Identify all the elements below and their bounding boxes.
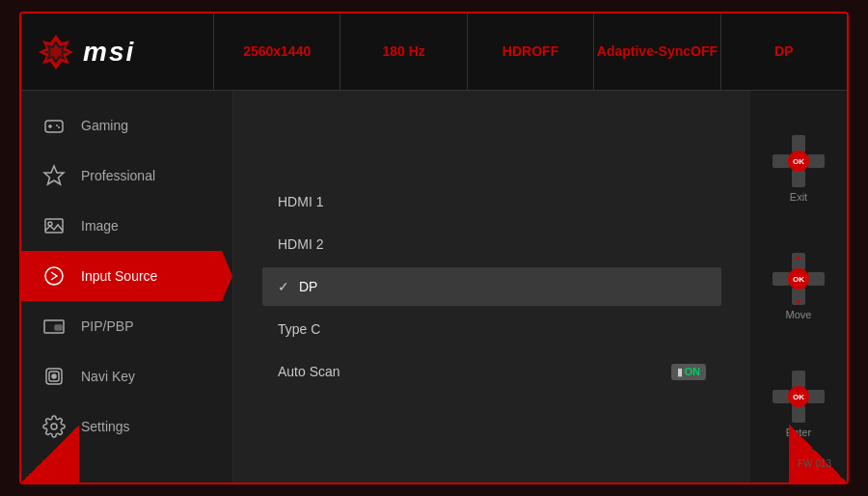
svg-point-16 — [52, 374, 56, 378]
input-stat: DP — [721, 14, 847, 90]
msi-brand-text: msi — [83, 37, 135, 68]
dpad-down-arm — [792, 170, 805, 187]
gaming-label: Gaming — [81, 118, 128, 133]
move-control[interactable]: OK Move — [773, 253, 825, 320]
fw-version: FW 013 — [798, 458, 831, 469]
image-icon — [41, 212, 68, 239]
header: msi 2560x1440 180 Hz HDR OFF Adaptive-Sy… — [21, 14, 847, 91]
enter-dpad: OK — [773, 371, 825, 423]
adaptive-sync-stat: Adaptive-Sync OFF — [594, 14, 720, 90]
hdmi1-row[interactable]: HDMI 1 — [262, 182, 721, 221]
right-panel: OK Exit OK Move — [750, 91, 847, 482]
svg-point-11 — [45, 267, 63, 285]
input-source-icon — [41, 262, 68, 289]
dp-checkmark: ✓ — [278, 279, 289, 294]
sidebar-item-professional[interactable]: Professional — [21, 151, 232, 201]
dp-label: DP — [299, 279, 317, 294]
hdmi2-row[interactable]: HDMI 2 — [262, 225, 721, 263]
refresh-stat: 180 Hz — [340, 14, 467, 90]
exit-label: Exit — [790, 191, 807, 203]
settings-icon — [41, 413, 68, 440]
autoscan-toggle[interactable]: ▮ ON — [671, 364, 707, 380]
main-area: Gaming Professional Im — [21, 91, 847, 482]
monitor-frame: msi 2560x1440 180 Hz HDR OFF Adaptive-Sy… — [19, 12, 849, 484]
autoscan-row[interactable]: Auto Scan ▮ ON — [262, 352, 721, 392]
sidebar-item-image[interactable]: Image — [21, 201, 232, 251]
typec-row[interactable]: Type C — [262, 310, 721, 348]
move-ok-button[interactable]: OK — [788, 268, 809, 289]
dpad-down-arm-enter — [792, 405, 805, 423]
toggle-indicator: ▮ ON — [671, 364, 707, 380]
input-source-label: Input Source — [81, 268, 157, 284]
professional-icon — [41, 162, 68, 189]
autoscan-label: Auto Scan — [278, 364, 340, 379]
sidebar: Gaming Professional Im — [21, 91, 233, 482]
gaming-icon — [41, 112, 68, 139]
enter-label: Enter — [786, 427, 811, 438]
menu-list: HDMI 1 HDMI 2 ✓ DP Type C Auto Scan — [262, 182, 721, 392]
exit-ok-button[interactable]: OK — [788, 151, 809, 172]
dp-row[interactable]: ✓ DP — [262, 267, 721, 306]
hdmi2-label: HDMI 2 — [278, 236, 323, 252]
content-area: HDMI 1 HDMI 2 ✓ DP Type C Auto Scan — [233, 91, 750, 482]
exit-dpad: OK — [773, 135, 825, 187]
svg-marker-8 — [44, 166, 64, 184]
sidebar-item-pip-pbp[interactable]: PIP/PBP — [21, 301, 232, 351]
dpad-right-arm-move — [807, 272, 825, 286]
header-stats: 2560x1440 180 Hz HDR OFF Adaptive-Sync O… — [214, 14, 847, 90]
pip-pbp-icon — [41, 313, 68, 340]
svg-rect-13 — [55, 325, 62, 330]
resolution-stat: 2560x1440 — [214, 14, 340, 90]
svg-point-7 — [58, 126, 60, 128]
msi-dragon-icon — [37, 33, 75, 71]
dpad-down-arm-move — [792, 288, 805, 305]
dpad-right-arm — [807, 154, 825, 168]
navi-key-icon — [41, 363, 68, 390]
sidebar-item-input-source[interactable]: Input Source — [21, 251, 232, 301]
svg-point-6 — [56, 124, 58, 126]
settings-label: Settings — [81, 419, 130, 434]
svg-rect-3 — [45, 121, 63, 132]
toggle-on-text: ▮ — [677, 366, 683, 378]
toggle-state: ON — [685, 366, 701, 377]
move-dpad: OK — [773, 253, 825, 305]
enter-ok-label: OK — [793, 393, 804, 401]
hdmi1-label: HDMI 1 — [278, 194, 323, 209]
logo-area: msi — [21, 14, 214, 90]
dpad-right-arm-enter — [807, 390, 825, 403]
navi-key-label: Navi Key — [81, 369, 135, 384]
exit-ok-label: OK — [793, 157, 804, 166]
sidebar-item-settings[interactable]: Settings — [21, 401, 232, 452]
enter-ok-button[interactable]: OK — [788, 386, 809, 407]
typec-label: Type C — [278, 321, 320, 337]
move-label: Move — [786, 309, 812, 320]
image-label: Image — [81, 218, 119, 234]
enter-control[interactable]: OK Enter — [773, 371, 825, 438]
move-ok-label: OK — [793, 275, 804, 284]
sidebar-item-gaming[interactable]: Gaming — [21, 100, 232, 151]
hdr-stat: HDR OFF — [468, 14, 594, 90]
svg-point-17 — [51, 424, 57, 429]
pip-pbp-label: PIP/PBP — [81, 318, 133, 334]
exit-control[interactable]: OK Exit — [773, 135, 825, 203]
sidebar-item-navi-key[interactable]: Navi Key — [21, 351, 232, 401]
professional-label: Professional — [81, 168, 155, 183]
msi-logo: msi — [37, 33, 135, 71]
